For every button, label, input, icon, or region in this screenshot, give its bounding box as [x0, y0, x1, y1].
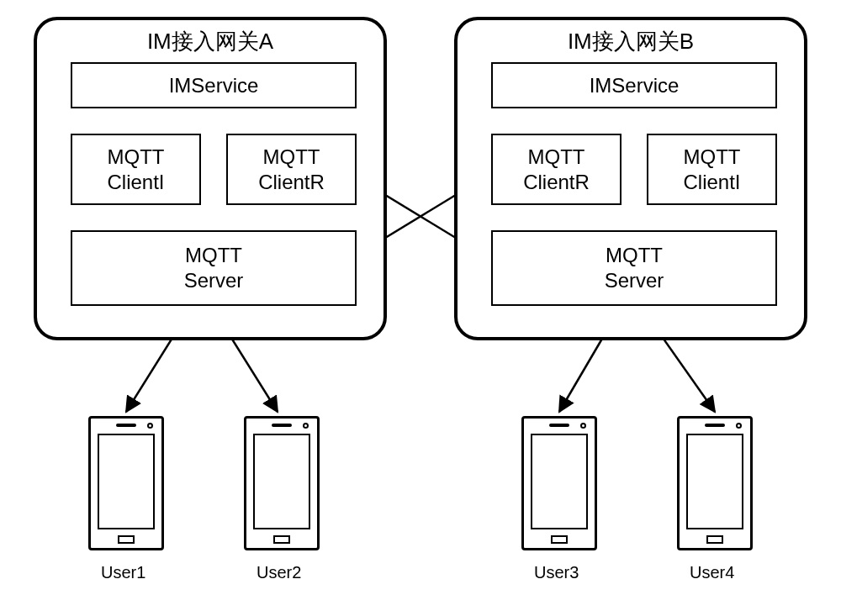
gateway-a: IM接入网关A IMService MQTTClientI MQTTClient… — [34, 17, 387, 340]
gateway-a-title: IM接入网关A — [37, 27, 383, 56]
label-user3: User3 — [534, 563, 579, 582]
gateway-b-title: IM接入网关B — [458, 27, 804, 56]
phone-user3 — [521, 416, 597, 550]
gateway-b-mqtt-server: MQTTServer — [491, 230, 777, 306]
gateway-b: IM接入网关B IMService MQTTClientR MQTTClient… — [454, 17, 807, 340]
phone-user2 — [244, 416, 320, 550]
label-user1: User1 — [101, 563, 145, 582]
gateway-a-imservice: IMService — [71, 62, 357, 108]
gateway-a-mqtt-client-r: MQTTClientR — [226, 134, 357, 205]
phone-user1 — [88, 416, 164, 550]
label-user2: User2 — [257, 563, 301, 582]
phone-user4 — [677, 416, 753, 550]
label-user4: User4 — [690, 563, 734, 582]
gateway-a-mqtt-server: MQTTServer — [71, 230, 357, 306]
gateway-b-imservice: IMService — [491, 62, 777, 108]
gateway-a-mqtt-client-i: MQTTClientI — [71, 134, 201, 205]
gateway-b-mqtt-client-r: MQTTClientR — [491, 134, 621, 205]
gateway-b-mqtt-client-i: MQTTClientI — [647, 134, 777, 205]
